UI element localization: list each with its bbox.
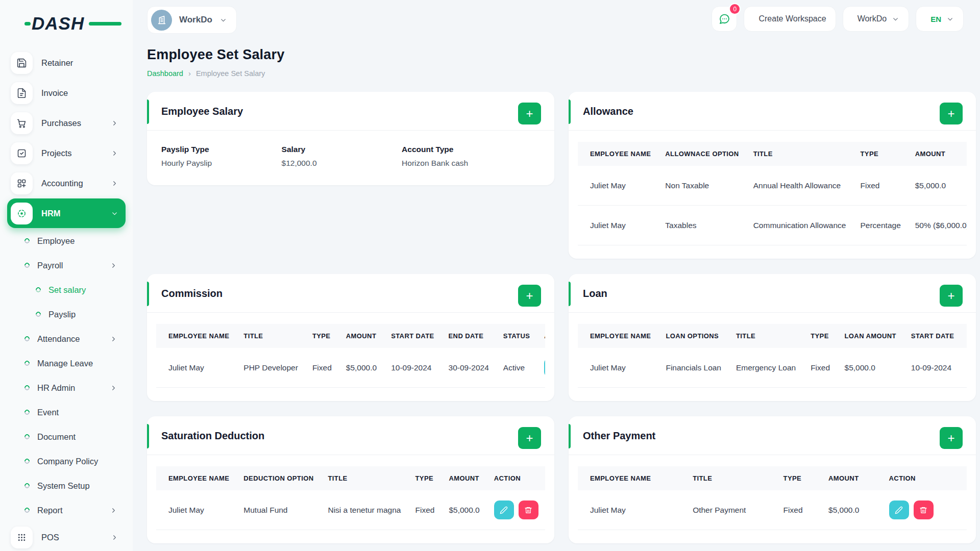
table-cell: Fixed — [305, 348, 339, 388]
table-row: Juliet MayFinancials LoanEmergency LoanF… — [578, 348, 967, 388]
edit-button[interactable] — [889, 500, 909, 519]
field-account-type: Account Type Horizon Bank cash — [402, 145, 540, 168]
table-cell: Juliet May — [578, 206, 658, 245]
dash-logo[interactable]: DASH — [32, 12, 108, 35]
delete-button[interactable] — [519, 500, 538, 519]
sidebar-item-label: Invoice — [41, 88, 68, 98]
workspace-switcher[interactable]: WorkDo — [843, 6, 910, 32]
add-other-payment-button[interactable]: + — [940, 427, 963, 449]
bullet-icon — [35, 311, 42, 318]
table-cell: Fixed — [803, 348, 837, 388]
workspace-pill[interactable]: WorkDo — [147, 6, 237, 34]
column-header-amount: AMOUNT — [442, 466, 486, 490]
sidebar-item-accounting[interactable]: Accounting — [7, 168, 126, 198]
field-label: Account Type — [402, 145, 540, 154]
table-cell: 10-09-2024 — [904, 348, 962, 388]
sidebar-item-system-setup[interactable]: System Setup — [7, 473, 126, 498]
breadcrumb-current: Employee Set Salary — [196, 69, 265, 78]
sidebar-item-payroll[interactable]: Payroll — [7, 253, 126, 278]
sidebar-item-label: Document — [37, 432, 76, 442]
sidebar-item-report[interactable]: Report — [7, 498, 126, 522]
table-cell: Communication Allowance — [746, 206, 853, 245]
sidebar-item-event[interactable]: Event — [7, 400, 126, 424]
logo-text: DASH — [32, 13, 84, 34]
sidebar-item-retainer[interactable]: Retainer — [7, 48, 126, 78]
chat-badge: 0 — [729, 3, 741, 15]
add-saturation-deduction-button[interactable]: + — [518, 427, 541, 449]
sidebar-item-employee[interactable]: Employee — [7, 229, 126, 253]
column-header-allownace-option: ALLOWNACE OPTION — [658, 142, 746, 166]
table-cell: Fixed — [853, 166, 908, 206]
chevron-down-icon — [111, 210, 118, 217]
cards-grid: Employee Salary + Payslip Type Hourly Pa… — [147, 92, 976, 551]
add-employee-salary-button[interactable]: + — [518, 103, 541, 124]
add-allowance-button[interactable]: + — [940, 103, 963, 124]
column-header-title: TITLE — [729, 324, 803, 348]
chat-button[interactable]: 0 — [712, 6, 737, 32]
building-icon — [156, 14, 167, 26]
sidebar-item-hrm[interactable]: HRM — [7, 198, 126, 228]
sidebar-item-pos[interactable]: POS — [7, 522, 126, 551]
column-header-type: TYPE — [305, 324, 339, 348]
sidebar-item-label: POS — [41, 533, 59, 542]
chevron-right-icon — [111, 119, 118, 127]
breadcrumb: Dashboard › Employee Set Salary — [147, 69, 976, 78]
breadcrumb-dashboard-link[interactable]: Dashboard — [147, 69, 183, 78]
bullet-icon — [23, 433, 31, 440]
sidebar-item-label: Event — [37, 408, 59, 417]
allowance-card: Allowance + EMPLOYEE NAMEALLOWNACE OPTIO… — [569, 92, 976, 259]
column-header-deduction-option: DEDUCTION OPTION — [236, 466, 321, 490]
table-cell: Fixed — [408, 490, 442, 530]
sidebar-item-projects[interactable]: Projects — [7, 138, 126, 168]
column-header-type: TYPE — [803, 324, 837, 348]
sidebar-item-document[interactable]: Document — [7, 424, 126, 449]
bullet-icon — [35, 286, 42, 293]
column-header-action: ACTION — [882, 466, 967, 490]
app-layout: DASH RetainerInvoicePurchasesProjectsAcc… — [0, 0, 980, 551]
edit-button[interactable] — [494, 500, 514, 519]
workspace-name: WorkDo — [179, 15, 212, 25]
loan-card: Loan + EMPLOYEE NAMELOAN OPTIONSTITLETYP… — [569, 274, 976, 401]
column-header-loan-amount: LOAN AMOUNT — [838, 324, 904, 348]
card-title: Commission — [161, 288, 223, 299]
language-selector[interactable]: EN — [916, 6, 964, 32]
add-commission-button[interactable]: + — [518, 285, 541, 307]
table-cell: Emergency Loan — [729, 348, 803, 388]
sidebar-item-label: Payslip — [48, 310, 76, 319]
sidebar: DASH RetainerInvoicePurchasesProjectsAcc… — [0, 0, 133, 551]
breadcrumb-separator: › — [188, 69, 191, 78]
table-cell: Percentage — [853, 206, 908, 245]
column-header-type: TYPE — [776, 466, 821, 490]
logo-dash-accent — [24, 22, 31, 26]
chevron-right-icon — [111, 149, 118, 157]
table-row: Juliet MayTaxablesCommunication Allowanc… — [578, 206, 967, 245]
column-header-employee-name: EMPLOYEE NAME — [578, 466, 685, 490]
sidebar-item-purchases[interactable]: Purchases — [7, 108, 126, 138]
create-workspace-button[interactable]: Create Workspace — [744, 6, 836, 32]
bullet-icon — [23, 482, 31, 489]
field-value: Horizon Bank cash — [402, 159, 540, 168]
sidebar-item-company-policy[interactable]: Company Policy — [7, 449, 126, 473]
table-row: Juliet MayNon TaxableAnnual Health Allow… — [578, 166, 967, 206]
sidebar-item-invoice[interactable]: Invoice — [7, 78, 126, 108]
table-cell: Taxables — [658, 206, 746, 245]
sidebar-item-payslip[interactable]: Payslip — [7, 302, 126, 327]
column-header-employee-name: EMPLOYEE NAME — [578, 324, 658, 348]
sidebar-item-attendance[interactable]: Attendance — [7, 327, 126, 351]
table-cell: Mutual Fund — [236, 490, 321, 530]
column-header-start-date: START DATE — [384, 324, 441, 348]
add-loan-button[interactable]: + — [940, 285, 963, 307]
delete-button[interactable] — [914, 500, 934, 519]
sidebar-item-set-salary[interactable]: Set salary — [7, 278, 126, 302]
employee-salary-card: Employee Salary + Payslip Type Hourly Pa… — [147, 92, 554, 185]
table-cell: Nisi a tenetur magna — [321, 490, 408, 530]
other-payment-card: Other Payment + EMPLOYEE NAMETITLETYPEAM… — [569, 416, 976, 543]
table-cell: 10-09-2024 — [384, 348, 441, 388]
sidebar-item-manage-leave[interactable]: Manage Leave — [7, 351, 126, 375]
table-cell: 30-09-2024 — [962, 348, 967, 388]
commission-card: Commission + EMPLOYEE NAMETITLETYPEAMOUN… — [147, 274, 554, 401]
edit-button[interactable] — [544, 358, 545, 377]
table-cell: Juliet May — [578, 166, 658, 206]
bullet-icon — [23, 458, 31, 465]
sidebar-item-hr-admin[interactable]: HR Admin — [7, 375, 126, 400]
